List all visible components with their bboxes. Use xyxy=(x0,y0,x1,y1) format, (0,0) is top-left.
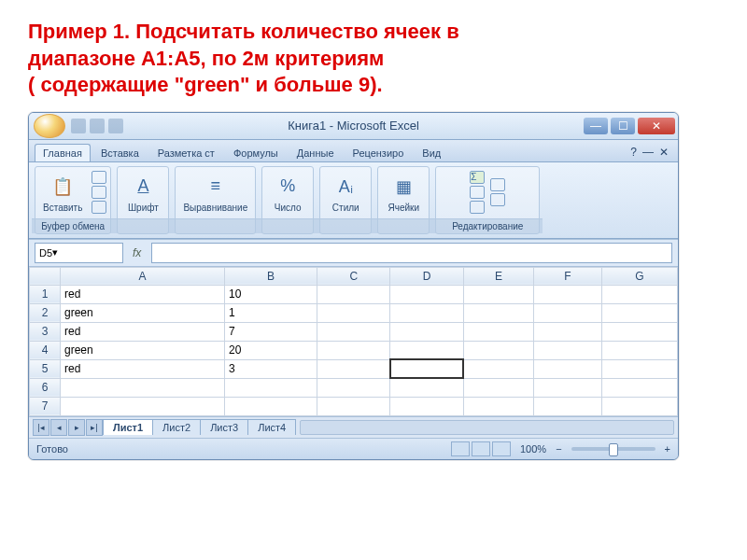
cell-A3[interactable]: red xyxy=(61,322,225,341)
view-buttons[interactable] xyxy=(451,441,511,456)
cell-B1[interactable]: 10 xyxy=(225,285,317,303)
quick-access-toolbar[interactable] xyxy=(71,119,123,133)
sheet-tab[interactable]: Лист3 xyxy=(200,419,248,435)
cell-C3[interactable] xyxy=(317,322,390,341)
mdi-min-icon[interactable]: — xyxy=(642,146,654,159)
horizontal-scrollbar[interactable] xyxy=(300,420,674,435)
headline-line: Пример 1. Подсчитать количество ячеек в xyxy=(28,19,719,46)
cell-B3[interactable]: 7 xyxy=(225,322,317,341)
cell-D4[interactable] xyxy=(390,341,463,359)
cell-C5[interactable] xyxy=(317,359,390,378)
tab-view[interactable]: Вид xyxy=(414,144,449,161)
formula-input[interactable] xyxy=(151,243,672,263)
zoom-value[interactable]: 100% xyxy=(520,443,546,455)
cell-F7[interactable] xyxy=(534,397,601,415)
zoom-out-button[interactable]: − xyxy=(556,443,561,455)
cell-G3[interactable] xyxy=(601,322,677,341)
cell-D5[interactable] xyxy=(390,359,463,378)
group-cells: ▦Ячейки xyxy=(377,166,430,234)
sheet-tab[interactable]: Лист4 xyxy=(247,419,296,435)
cell-D1[interactable] xyxy=(390,285,463,303)
cell-A5[interactable]: red xyxy=(61,359,225,378)
align-button[interactable]: ≡Выравнивание xyxy=(179,171,251,215)
cell-E6[interactable] xyxy=(463,378,533,397)
mdi-close-icon[interactable]: ✕ xyxy=(659,146,669,159)
fx-icon[interactable]: fx xyxy=(129,246,151,259)
help-icon[interactable]: ? xyxy=(630,146,637,159)
office-button[interactable] xyxy=(34,114,65,138)
font-button[interactable]: AШрифт xyxy=(124,171,162,215)
grid-area[interactable]: ABCDEFG1red102green13red74green205red367 xyxy=(29,267,678,416)
number-button[interactable]: %Число xyxy=(270,171,305,215)
tab-data[interactable]: Данные xyxy=(289,144,343,161)
cell-E1[interactable] xyxy=(463,285,533,303)
cell-A1[interactable]: red xyxy=(61,285,225,303)
sheet-nav-prev[interactable]: ◂ xyxy=(50,419,67,436)
cell-G2[interactable] xyxy=(601,303,677,322)
cell-B4[interactable]: 20 xyxy=(225,341,317,359)
cell-F3[interactable] xyxy=(534,322,601,341)
cell-E5[interactable] xyxy=(463,359,533,378)
cell-C4[interactable] xyxy=(317,341,390,359)
editing-stack2[interactable] xyxy=(490,178,505,206)
cell-F2[interactable] xyxy=(534,303,601,322)
cells-button[interactable]: ▦Ячейки xyxy=(384,171,423,215)
cell-D6[interactable] xyxy=(390,378,463,397)
cell-G5[interactable] xyxy=(601,359,677,378)
tab-review[interactable]: Рецензиро xyxy=(345,144,413,161)
tab-home[interactable]: Главная xyxy=(35,144,91,161)
sheet-tab-bar: |◂ ◂ ▸ ▸| Лист1 Лист2 Лист3 Лист4 xyxy=(29,416,678,438)
styles-button[interactable]: AᵢСтили xyxy=(328,171,363,215)
cell-C1[interactable] xyxy=(317,285,390,303)
sheet-tab[interactable]: Лист1 xyxy=(103,419,153,435)
sheet-nav-last[interactable]: ▸| xyxy=(86,419,103,436)
percent-icon: % xyxy=(274,173,302,201)
cell-C6[interactable] xyxy=(317,378,390,397)
zoom-slider[interactable] xyxy=(571,447,655,451)
cell-B2[interactable]: 1 xyxy=(225,303,317,322)
cell-B6[interactable] xyxy=(225,378,317,397)
font-icon: A xyxy=(129,173,157,201)
clipboard-mini[interactable] xyxy=(92,171,106,214)
cell-C2[interactable] xyxy=(317,303,390,322)
align-icon: ≡ xyxy=(202,173,230,201)
sheet-tab[interactable]: Лист2 xyxy=(152,419,201,435)
cell-E4[interactable] xyxy=(463,341,533,359)
sheet-nav-first[interactable]: |◂ xyxy=(33,419,49,436)
cell-E2[interactable] xyxy=(463,303,533,322)
cell-B7[interactable] xyxy=(225,397,317,415)
cell-D3[interactable] xyxy=(390,322,463,341)
cell-A6[interactable] xyxy=(61,378,225,397)
cell-F1[interactable] xyxy=(534,285,601,303)
cell-E7[interactable] xyxy=(463,397,533,415)
name-box[interactable]: D5 ▾ xyxy=(35,243,123,263)
cell-A7[interactable] xyxy=(61,397,225,415)
editing-stack1[interactable]: Σ xyxy=(470,171,485,214)
cell-F4[interactable] xyxy=(534,341,601,359)
tab-pagelayout[interactable]: Разметка ст xyxy=(149,144,223,161)
cell-D2[interactable] xyxy=(390,303,463,322)
cell-A4[interactable]: green xyxy=(61,341,225,359)
cell-G1[interactable] xyxy=(601,285,677,303)
cell-G6[interactable] xyxy=(601,378,677,397)
cell-G7[interactable] xyxy=(601,397,677,415)
tab-formulas[interactable]: Формулы xyxy=(225,144,287,161)
minimize-button[interactable]: — xyxy=(584,118,608,134)
tab-insert[interactable]: Вставка xyxy=(92,144,148,161)
cell-F6[interactable] xyxy=(534,378,601,397)
sheet-nav-next[interactable]: ▸ xyxy=(68,419,85,436)
paste-button[interactable]: 📋 Вставить xyxy=(39,171,86,215)
cell-G4[interactable] xyxy=(601,341,677,359)
close-button[interactable]: ✕ xyxy=(638,118,675,134)
maximize-button[interactable]: ☐ xyxy=(611,118,635,134)
zoom-in-button[interactable]: + xyxy=(665,443,670,455)
group-label: Буфер обмена xyxy=(32,218,114,233)
cell-E3[interactable] xyxy=(463,322,533,341)
cell-D7[interactable] xyxy=(390,397,463,415)
group-styles: AᵢСтили xyxy=(319,166,372,234)
cell-C7[interactable] xyxy=(317,397,390,415)
cell-B5[interactable]: 3 xyxy=(225,359,317,378)
cell-F5[interactable] xyxy=(534,359,601,378)
cell-A2[interactable]: green xyxy=(61,303,225,322)
slide-headline: Пример 1. Подсчитать количество ячеек в … xyxy=(28,19,719,99)
